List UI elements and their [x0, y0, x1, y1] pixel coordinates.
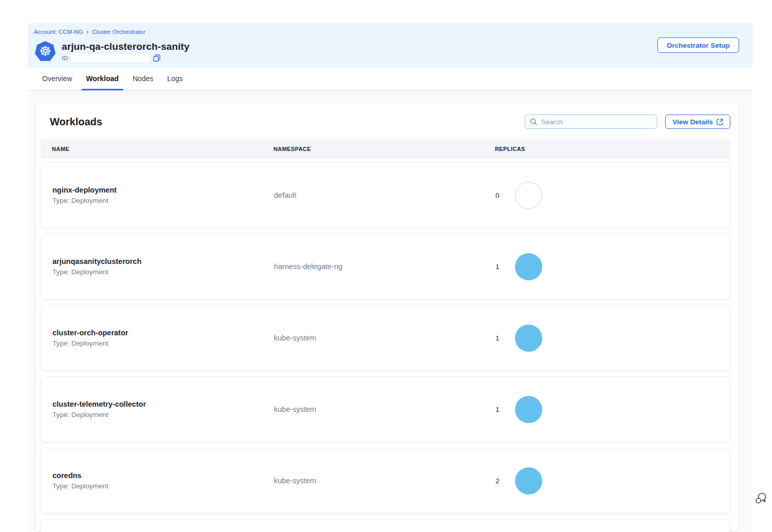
replicas-cell: 1: [495, 253, 730, 280]
replica-circle: [515, 467, 542, 495]
namespace-cell: default: [274, 191, 495, 200]
replica-circle: [515, 325, 542, 352]
search-icon: [530, 118, 537, 125]
replica-count: 1: [495, 406, 515, 413]
workloads-title: Workloads: [50, 116, 102, 128]
namespace-value: kube-system: [274, 334, 316, 342]
chevron-right-icon: ›: [86, 28, 88, 35]
external-link-icon: [716, 119, 723, 125]
page-title: arjun-qa-clusterorch-sanity: [62, 41, 190, 52]
cluster-header: Account: CCM-NG › Cluster Orchestrator ☸…: [28, 23, 752, 67]
replica-count: 1: [495, 263, 515, 271]
replica-circle: [515, 253, 542, 280]
kubernetes-icon: ☸: [35, 41, 56, 62]
tab-nodes[interactable]: Nodes: [132, 67, 154, 90]
column-header-namespace: NAMESPACE: [273, 146, 495, 152]
view-details-button[interactable]: View Details: [665, 115, 730, 129]
tab-bar: Overview Workload Nodes Logs: [28, 67, 752, 90]
replica-count: 2: [495, 477, 515, 485]
cluster-id-redacted: [71, 54, 149, 62]
workload-name: cluster-orch-operator: [52, 329, 274, 337]
breadcrumb-account[interactable]: Account: CCM-NG: [34, 29, 83, 35]
search-input[interactable]: [541, 118, 652, 126]
replica-count: 1: [495, 334, 515, 342]
chat-help-icon[interactable]: [753, 491, 768, 505]
table-row[interactable]: coredns Type: Deployment kube-system 2: [41, 448, 730, 514]
workload-type: Type: Deployment: [52, 268, 274, 276]
tab-label: Nodes: [133, 74, 153, 83]
namespace-cell: kube-system: [274, 405, 495, 414]
tab-label: Overview: [42, 74, 72, 83]
replicas-cell: 0: [495, 182, 730, 209]
workload-type: Type: Deployment: [52, 197, 274, 204]
title-row: ☸ arjun-qa-clusterorch-sanity ID:: [34, 41, 752, 62]
workload-name-cell: arjunqasanityclusterorch Type: Deploymen…: [52, 257, 274, 276]
namespace-cell: kube-system: [274, 333, 495, 343]
table-row[interactable]: nginx-deployment Type: Deployment defaul…: [41, 162, 730, 228]
workload-name: coredns: [52, 471, 274, 480]
title-block: arjun-qa-clusterorch-sanity ID:: [62, 41, 190, 62]
table-row[interactable]: [41, 519, 730, 532]
tab-overview[interactable]: Overview: [41, 67, 73, 90]
namespace-value: default: [274, 191, 297, 199]
workload-name-cell: nginx-deployment Type: Deployment: [52, 186, 274, 204]
workload-name: arjunqasanityclusterorch: [52, 257, 274, 265]
namespace-value: kube-system: [274, 405, 316, 413]
orchestrator-setup-button[interactable]: Orchestrator Setup: [657, 37, 739, 53]
search-box[interactable]: [525, 115, 657, 129]
replicas-cell: 1: [495, 396, 730, 423]
replica-circle: [515, 396, 542, 423]
workload-name: nginx-deployment: [52, 186, 274, 194]
workload-type: Type: Deployment: [52, 482, 274, 490]
breadcrumb: Account: CCM-NG › Cluster Orchestrator: [34, 28, 752, 35]
workload-type: Type: Deployment: [52, 339, 274, 347]
breadcrumb-cluster-orchestrator[interactable]: Cluster Orchestrator: [92, 29, 145, 35]
column-header-name: NAME: [52, 146, 273, 152]
workload-name: cluster-telemetry-collector: [52, 400, 274, 408]
content-panel: Workloads View Details: [28, 90, 752, 531]
replicas-cell: 1: [495, 325, 730, 352]
workload-type: Type: Deployment: [52, 411, 274, 419]
column-header-replicas: REPLICAS: [495, 146, 730, 152]
workload-name-cell: cluster-orch-operator Type: Deployment: [52, 329, 274, 347]
workloads-card-header: Workloads View Details: [50, 115, 730, 129]
header-controls: View Details: [525, 115, 730, 129]
namespace-value: kube-system: [274, 477, 316, 485]
tab-logs[interactable]: Logs: [166, 67, 183, 90]
workloads-table-body: nginx-deployment Type: Deployment defaul…: [41, 162, 730, 532]
namespace-cell: harness-delegate-ng: [274, 262, 495, 271]
workload-name-cell: cluster-telemetry-collector Type: Deploy…: [52, 400, 274, 419]
table-row[interactable]: cluster-telemetry-collector Type: Deploy…: [41, 376, 730, 442]
namespace-cell: kube-system: [274, 476, 495, 485]
replica-count: 0: [495, 192, 515, 199]
cluster-id-label: ID:: [62, 55, 69, 61]
namespace-value: harness-delegate-ng: [274, 262, 342, 271]
replica-circle: [515, 182, 542, 209]
table-row[interactable]: arjunqasanityclusterorch Type: Deploymen…: [41, 234, 730, 299]
workloads-card: Workloads View Details: [35, 103, 739, 531]
app-frame: Account: CCM-NG › Cluster Orchestrator ☸…: [28, 0, 752, 532]
tab-label: Logs: [167, 74, 182, 83]
table-header-row: NAME NAMESPACE REPLICAS: [41, 139, 730, 159]
cluster-id-row: ID:: [62, 54, 190, 62]
table-row[interactable]: cluster-orch-operator Type: Deployment k…: [41, 305, 730, 371]
replicas-cell: 2: [495, 467, 730, 495]
view-details-label: View Details: [672, 118, 713, 126]
tab-workload[interactable]: Workload: [85, 67, 120, 90]
workload-name-cell: coredns Type: Deployment: [52, 471, 274, 490]
tab-label: Workload: [86, 74, 119, 83]
copy-icon[interactable]: [153, 54, 160, 62]
